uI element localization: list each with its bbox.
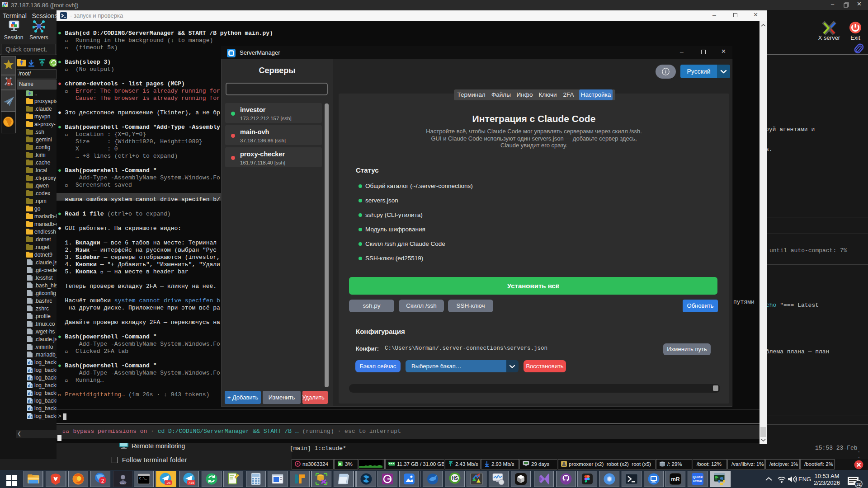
svg-text:utmo: utmo xyxy=(693,479,702,483)
svg-text:715: 715 xyxy=(188,481,194,485)
svg-text:HS: HS xyxy=(452,476,458,481)
svg-text:2: 2 xyxy=(101,478,104,483)
svg-text:32: 32 xyxy=(856,482,861,487)
svg-text:mR: mR xyxy=(671,476,680,483)
svg-text:C:\_: C:\_ xyxy=(139,477,147,480)
svg-text:FRKY: FRKY xyxy=(120,482,126,485)
svg-text:.26: .26 xyxy=(165,481,171,485)
svg-text:Quick: Quick xyxy=(693,475,703,479)
